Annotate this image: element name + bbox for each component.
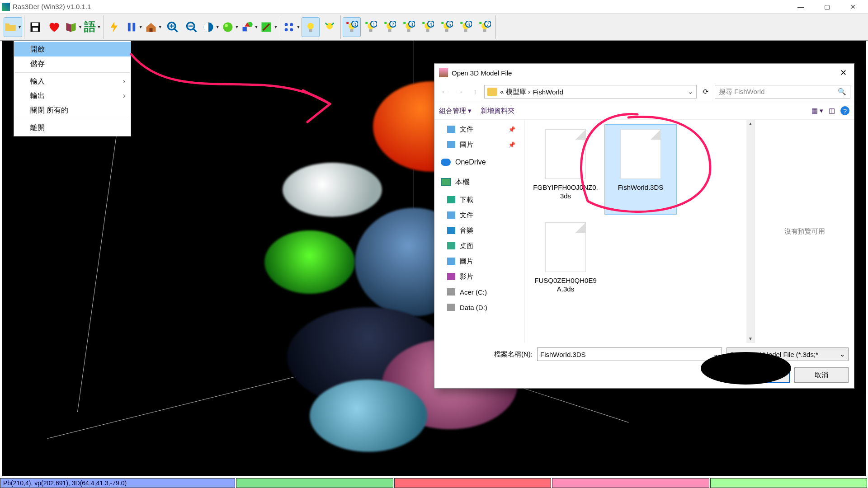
open-button[interactable]: 開啟(O) — [736, 367, 790, 383]
light-spot-button[interactable] — [321, 17, 339, 37]
sidebar-item-pc-2[interactable]: 音樂 — [434, 223, 524, 238]
drive-icon — [447, 273, 455, 280]
app-icon — [2, 3, 10, 11]
light-slot-6[interactable]: 6 — [457, 17, 475, 37]
light-slot-5[interactable]: 5 — [438, 17, 456, 37]
light-slot-3[interactable]: 3 — [400, 17, 418, 37]
cloud-icon — [441, 159, 451, 166]
favorite-button[interactable] — [45, 17, 63, 37]
search-placeholder: 搜尋 FishWorld — [719, 88, 764, 96]
light-slot-2[interactable]: 2 — [381, 17, 399, 37]
sidebar-item-pc-4[interactable]: 圖片 — [434, 253, 524, 269]
chevron-down-icon[interactable]: ⌄ — [688, 88, 693, 96]
material-button[interactable]: ▼ — [221, 17, 240, 37]
sidebar-item-pc-1[interactable]: 文件 — [434, 207, 524, 223]
manage-button[interactable]: 組合管理 ▾ — [439, 107, 472, 115]
file-item[interactable]: FUSQ0ZEH0QH0E9A.3ds — [529, 217, 602, 308]
drive-icon — [447, 211, 455, 219]
contrast-button[interactable]: ▼ — [202, 17, 220, 37]
scroll-up-button[interactable]: ▲ — [746, 120, 755, 128]
refresh-button[interactable]: ⟳ — [699, 88, 712, 96]
svg-rect-25 — [347, 22, 349, 24]
light-global-button[interactable] — [302, 17, 320, 37]
file-thumb-icon — [545, 222, 586, 272]
close-button[interactable]: ✕ — [840, 0, 866, 13]
svg-rect-57 — [483, 29, 486, 32]
menu-exit[interactable]: 離開 — [14, 121, 131, 135]
sidebar-item-pc-6[interactable]: Acer (C:) — [434, 284, 524, 300]
edit-button[interactable]: ▼ — [259, 17, 278, 37]
filename-input[interactable]: FishWorld.3DS⌄ — [537, 347, 722, 361]
file-button[interactable]: ▼ — [4, 17, 22, 37]
sidebar-thispc[interactable]: 本機 — [434, 172, 524, 192]
bulb-icon — [304, 21, 317, 33]
zoom-in-button[interactable] — [164, 17, 182, 37]
scroll-down-button[interactable]: ▼ — [746, 335, 755, 343]
sidebar-item-pc-5[interactable]: 影片 — [434, 269, 524, 284]
shapes-button[interactable]: ▼ — [241, 17, 259, 37]
filetype-select[interactable]: Supported Model File (*.3ds;*⌄ — [726, 347, 849, 361]
breadcrumb[interactable]: « 模型庫 › FishWorld ⌄ — [484, 85, 697, 99]
sidebar-item-pc-0[interactable]: 下載 — [434, 192, 524, 207]
new-folder-button[interactable]: 新增資料夾 — [481, 107, 514, 115]
file-item[interactable]: FGBYIPFH0OJ0NZ0.3ds — [529, 124, 602, 215]
file-list[interactable]: FGBYIPFH0OJ0NZ0.3dsFishWorld.3DSFUSQ0ZEH… — [525, 120, 746, 343]
svg-text:0: 0 — [354, 21, 356, 27]
grid-icon — [283, 21, 295, 33]
scrollbar[interactable]: ▲ ▼ — [746, 120, 755, 343]
file-thumb-icon — [620, 129, 661, 179]
cancel-button[interactable]: 取消 — [794, 367, 849, 383]
sidebar-onedrive[interactable]: OneDrive — [434, 152, 524, 172]
menu-export[interactable]: 輸出 — [14, 89, 131, 103]
nav-forward-button[interactable]: → — [453, 85, 466, 98]
zoom-in-icon — [166, 21, 179, 33]
dialog-close-button[interactable]: ✕ — [837, 68, 849, 78]
sidebar-item-pictures[interactable]: 圖片📌 — [434, 137, 524, 152]
scene-button[interactable]: ▼ — [144, 17, 163, 37]
chevron-down-icon[interactable]: ⌄ — [840, 350, 845, 358]
light-slot-7[interactable]: 7 — [476, 17, 494, 37]
pause-button[interactable]: ▼ — [125, 17, 143, 37]
library-button[interactable]: ▼ — [64, 17, 83, 37]
sidebar-item-documents[interactable]: 文件📌 — [434, 122, 524, 137]
book-icon — [65, 21, 77, 33]
menu-open[interactable]: 開啟 — [14, 42, 131, 56]
sidebar-item-pc-3[interactable]: 桌面 — [434, 238, 524, 253]
nav-up-button[interactable]: ↑ — [469, 85, 481, 98]
file-item[interactable]: FishWorld.3DS — [604, 124, 677, 215]
file-name: FishWorld.3DS — [616, 183, 665, 192]
svg-text:2: 2 — [392, 21, 394, 27]
menu-close-all[interactable]: 關閉 所有的 — [14, 103, 131, 117]
breadcrumb-prefix: « 模型庫 › — [500, 88, 530, 96]
save-button[interactable] — [26, 17, 44, 37]
menu-save[interactable]: 儲存 — [14, 56, 131, 71]
svg-rect-55 — [461, 22, 463, 24]
menu-import[interactable]: 輸入 — [14, 74, 131, 89]
titlebar: Ras3Der (Win32) v1.0.1.1 — ▢ ✕ — [0, 0, 868, 14]
dialog-title: Open 3D Model File — [452, 69, 512, 77]
maximize-button[interactable]: ▢ — [814, 0, 840, 13]
sidebar-item-pc-7[interactable]: Data (D:) — [434, 300, 524, 315]
search-input[interactable]: 搜尋 FishWorld 🔍 — [715, 85, 850, 99]
chevron-down-icon[interactable]: ⌄ — [713, 350, 719, 358]
zoom-out-button[interactable] — [183, 17, 201, 37]
nav-back-button[interactable]: ← — [438, 85, 451, 98]
svg-text:7: 7 — [486, 21, 489, 27]
floppy-icon — [29, 21, 42, 33]
light-slot-4[interactable]: 4 — [419, 17, 437, 37]
dialog-icon — [439, 68, 448, 77]
svg-point-16 — [285, 28, 288, 31]
grid-button[interactable]: ▼ — [282, 17, 301, 37]
view-button[interactable]: ▦ ▾ — [811, 107, 823, 115]
minimize-button[interactable]: — — [788, 0, 814, 13]
render-button[interactable] — [106, 17, 124, 37]
breadcrumb-current: FishWorld — [533, 88, 563, 96]
toolbar: ▼ ▼ 語▼ ▼ ▼ ▼ ▼ ▼ ▼ ▼ 01234567 — [0, 14, 868, 41]
light-slot-0[interactable]: 0 — [343, 17, 361, 37]
svg-rect-3 — [128, 23, 131, 31]
language-button[interactable]: 語▼ — [84, 17, 102, 37]
help-button[interactable]: ? — [840, 106, 849, 115]
drive-icon — [447, 227, 455, 234]
light-slot-1[interactable]: 1 — [362, 17, 380, 37]
preview-pane-button[interactable]: ◫ — [829, 107, 835, 115]
